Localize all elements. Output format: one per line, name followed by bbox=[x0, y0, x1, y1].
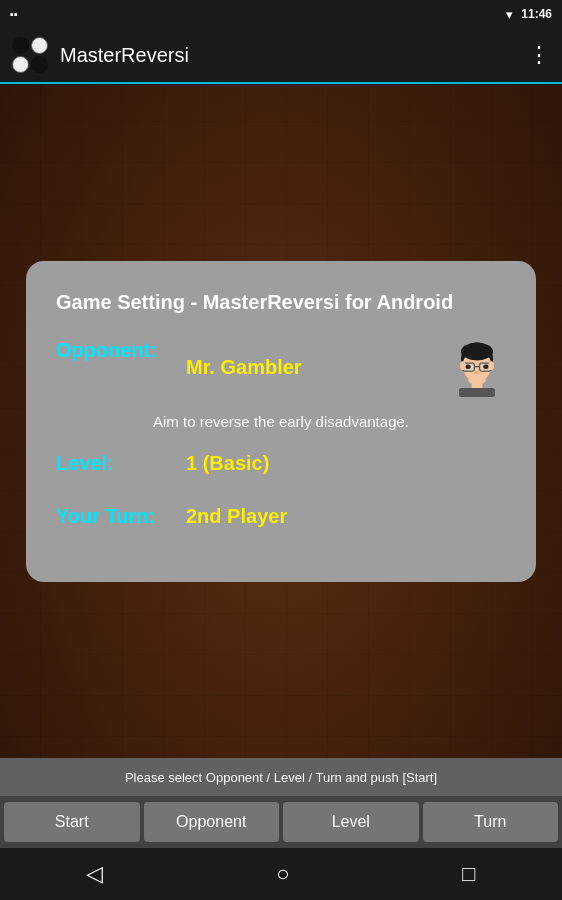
turn-button[interactable]: Turn bbox=[423, 802, 559, 842]
level-button[interactable]: Level bbox=[283, 802, 419, 842]
turn-label: Your Turn: bbox=[56, 505, 186, 528]
home-icon: ○ bbox=[276, 861, 289, 887]
opponent-name: Mr. Gambler bbox=[186, 356, 438, 379]
wifi-icon: ▾ bbox=[506, 7, 513, 22]
opponent-description: Aim to reverse the early disadvantage. bbox=[56, 413, 506, 430]
level-setting-row: Level: 1 (Basic) bbox=[56, 452, 506, 475]
main-content: Game Setting - MasterReversi for Android… bbox=[0, 84, 562, 758]
back-icon: ◁ bbox=[86, 861, 103, 887]
opponent-setting-row: Opponent: Mr. Gambler bbox=[56, 339, 506, 397]
card-title: Game Setting - MasterReversi for Android bbox=[56, 289, 506, 315]
instruction-text: Please select Opponent / Level / Turn an… bbox=[125, 770, 437, 785]
logo-cell-bl bbox=[12, 56, 29, 73]
svg-point-12 bbox=[460, 361, 465, 370]
logo-cell-tl bbox=[12, 37, 29, 54]
logo-cell-tr bbox=[31, 37, 48, 54]
divider bbox=[56, 495, 506, 505]
nav-bar: ◁ ○ □ bbox=[0, 848, 562, 900]
svg-point-10 bbox=[475, 371, 479, 374]
svg-point-2 bbox=[461, 342, 493, 360]
svg-point-9 bbox=[483, 364, 488, 368]
turn-value: 2nd Player bbox=[186, 505, 506, 528]
status-bar: ▪▪ ▾ 11:46 bbox=[0, 0, 562, 28]
button-bar: Start Opponent Level Turn bbox=[0, 796, 562, 848]
opponent-button[interactable]: Opponent bbox=[144, 802, 280, 842]
notification-icons: ▪▪ bbox=[10, 8, 18, 20]
instruction-bar: Please select Opponent / Level / Turn an… bbox=[0, 758, 562, 796]
overflow-menu-icon[interactable]: ⋮ bbox=[528, 42, 550, 68]
home-button[interactable]: ○ bbox=[256, 853, 309, 895]
time-display: 11:46 bbox=[521, 7, 552, 21]
svg-point-8 bbox=[465, 364, 470, 368]
avatar-svg bbox=[448, 339, 506, 397]
status-bar-left: ▪▪ bbox=[10, 8, 18, 20]
svg-rect-15 bbox=[459, 388, 495, 397]
start-button[interactable]: Start bbox=[4, 802, 140, 842]
opponent-label: Opponent: bbox=[56, 339, 186, 362]
turn-setting-row: Your Turn: 2nd Player bbox=[56, 505, 506, 528]
svg-point-13 bbox=[489, 361, 494, 370]
bottom-area: Please select Opponent / Level / Turn an… bbox=[0, 758, 562, 848]
logo-cell-br bbox=[31, 56, 48, 73]
app-bar: MasterReversi ⋮ bbox=[0, 28, 562, 84]
opponent-value-area: Mr. Gambler bbox=[186, 339, 506, 397]
app-logo bbox=[12, 37, 48, 73]
opponent-avatar bbox=[448, 339, 506, 397]
level-value: 1 (Basic) bbox=[186, 452, 506, 475]
settings-card: Game Setting - MasterReversi for Android… bbox=[26, 261, 536, 582]
recent-button[interactable]: □ bbox=[442, 853, 495, 895]
app-title: MasterReversi bbox=[60, 44, 528, 67]
recent-icon: □ bbox=[462, 861, 475, 887]
status-bar-right: ▾ 11:46 bbox=[506, 7, 552, 22]
level-label: Level: bbox=[56, 452, 186, 475]
back-button[interactable]: ◁ bbox=[66, 853, 123, 895]
